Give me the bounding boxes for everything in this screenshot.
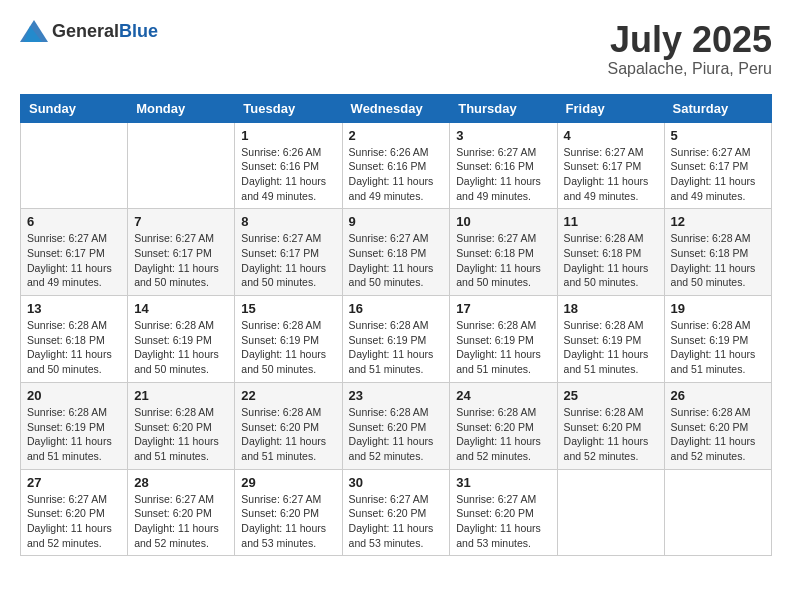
day-number: 2: [349, 128, 444, 143]
calendar-day-cell: 7Sunrise: 6:27 AM Sunset: 6:17 PM Daylig…: [128, 209, 235, 296]
calendar-week-row: 1Sunrise: 6:26 AM Sunset: 6:16 PM Daylig…: [21, 122, 772, 209]
logo-text: GeneralBlue: [52, 21, 158, 42]
day-info: Sunrise: 6:28 AM Sunset: 6:20 PM Dayligh…: [349, 405, 444, 464]
day-number: 27: [27, 475, 121, 490]
day-number: 29: [241, 475, 335, 490]
day-info: Sunrise: 6:28 AM Sunset: 6:20 PM Dayligh…: [671, 405, 765, 464]
calendar-day-cell: 22Sunrise: 6:28 AM Sunset: 6:20 PM Dayli…: [235, 382, 342, 469]
day-info: Sunrise: 6:27 AM Sunset: 6:20 PM Dayligh…: [349, 492, 444, 551]
calendar-table: SundayMondayTuesdayWednesdayThursdayFrid…: [20, 94, 772, 557]
weekday-header: Tuesday: [235, 94, 342, 122]
weekday-header: Thursday: [450, 94, 557, 122]
calendar-day-cell: 19Sunrise: 6:28 AM Sunset: 6:19 PM Dayli…: [664, 296, 771, 383]
day-info: Sunrise: 6:28 AM Sunset: 6:20 PM Dayligh…: [456, 405, 550, 464]
calendar-header-row: SundayMondayTuesdayWednesdayThursdayFrid…: [21, 94, 772, 122]
title-area: July 2025 Sapalache, Piura, Peru: [607, 20, 772, 78]
day-number: 23: [349, 388, 444, 403]
calendar-day-cell: 11Sunrise: 6:28 AM Sunset: 6:18 PM Dayli…: [557, 209, 664, 296]
day-number: 20: [27, 388, 121, 403]
day-info: Sunrise: 6:27 AM Sunset: 6:17 PM Dayligh…: [27, 231, 121, 290]
day-info: Sunrise: 6:28 AM Sunset: 6:19 PM Dayligh…: [671, 318, 765, 377]
day-number: 11: [564, 214, 658, 229]
day-number: 22: [241, 388, 335, 403]
day-info: Sunrise: 6:28 AM Sunset: 6:20 PM Dayligh…: [134, 405, 228, 464]
day-number: 17: [456, 301, 550, 316]
day-number: 5: [671, 128, 765, 143]
calendar-day-cell: 2Sunrise: 6:26 AM Sunset: 6:16 PM Daylig…: [342, 122, 450, 209]
day-number: 26: [671, 388, 765, 403]
day-number: 28: [134, 475, 228, 490]
day-number: 14: [134, 301, 228, 316]
calendar-day-cell: 29Sunrise: 6:27 AM Sunset: 6:20 PM Dayli…: [235, 469, 342, 556]
day-info: Sunrise: 6:27 AM Sunset: 6:17 PM Dayligh…: [134, 231, 228, 290]
calendar-day-cell: 9Sunrise: 6:27 AM Sunset: 6:18 PM Daylig…: [342, 209, 450, 296]
calendar-day-cell: 27Sunrise: 6:27 AM Sunset: 6:20 PM Dayli…: [21, 469, 128, 556]
calendar-day-cell: 23Sunrise: 6:28 AM Sunset: 6:20 PM Dayli…: [342, 382, 450, 469]
day-number: 19: [671, 301, 765, 316]
calendar-week-row: 27Sunrise: 6:27 AM Sunset: 6:20 PM Dayli…: [21, 469, 772, 556]
calendar-day-cell: 14Sunrise: 6:28 AM Sunset: 6:19 PM Dayli…: [128, 296, 235, 383]
day-info: Sunrise: 6:27 AM Sunset: 6:20 PM Dayligh…: [241, 492, 335, 551]
calendar-day-cell: 24Sunrise: 6:28 AM Sunset: 6:20 PM Dayli…: [450, 382, 557, 469]
day-info: Sunrise: 6:27 AM Sunset: 6:16 PM Dayligh…: [456, 145, 550, 204]
day-number: 21: [134, 388, 228, 403]
calendar-day-cell: [128, 122, 235, 209]
logo-general: General: [52, 21, 119, 41]
day-number: 18: [564, 301, 658, 316]
day-info: Sunrise: 6:27 AM Sunset: 6:17 PM Dayligh…: [241, 231, 335, 290]
calendar-day-cell: 26Sunrise: 6:28 AM Sunset: 6:20 PM Dayli…: [664, 382, 771, 469]
day-info: Sunrise: 6:27 AM Sunset: 6:17 PM Dayligh…: [671, 145, 765, 204]
day-number: 6: [27, 214, 121, 229]
weekday-header: Sunday: [21, 94, 128, 122]
calendar-week-row: 13Sunrise: 6:28 AM Sunset: 6:18 PM Dayli…: [21, 296, 772, 383]
day-number: 30: [349, 475, 444, 490]
calendar-day-cell: [664, 469, 771, 556]
day-info: Sunrise: 6:27 AM Sunset: 6:17 PM Dayligh…: [564, 145, 658, 204]
day-number: 8: [241, 214, 335, 229]
calendar-day-cell: 25Sunrise: 6:28 AM Sunset: 6:20 PM Dayli…: [557, 382, 664, 469]
day-info: Sunrise: 6:28 AM Sunset: 6:19 PM Dayligh…: [564, 318, 658, 377]
day-info: Sunrise: 6:26 AM Sunset: 6:16 PM Dayligh…: [241, 145, 335, 204]
day-info: Sunrise: 6:26 AM Sunset: 6:16 PM Dayligh…: [349, 145, 444, 204]
day-number: 4: [564, 128, 658, 143]
day-info: Sunrise: 6:27 AM Sunset: 6:20 PM Dayligh…: [456, 492, 550, 551]
calendar-week-row: 6Sunrise: 6:27 AM Sunset: 6:17 PM Daylig…: [21, 209, 772, 296]
day-info: Sunrise: 6:28 AM Sunset: 6:19 PM Dayligh…: [27, 405, 121, 464]
calendar-day-cell: [557, 469, 664, 556]
day-number: 10: [456, 214, 550, 229]
calendar-day-cell: 15Sunrise: 6:28 AM Sunset: 6:19 PM Dayli…: [235, 296, 342, 383]
day-info: Sunrise: 6:28 AM Sunset: 6:19 PM Dayligh…: [134, 318, 228, 377]
calendar-day-cell: 17Sunrise: 6:28 AM Sunset: 6:19 PM Dayli…: [450, 296, 557, 383]
day-info: Sunrise: 6:27 AM Sunset: 6:20 PM Dayligh…: [27, 492, 121, 551]
day-info: Sunrise: 6:28 AM Sunset: 6:19 PM Dayligh…: [349, 318, 444, 377]
calendar-day-cell: 6Sunrise: 6:27 AM Sunset: 6:17 PM Daylig…: [21, 209, 128, 296]
calendar-week-row: 20Sunrise: 6:28 AM Sunset: 6:19 PM Dayli…: [21, 382, 772, 469]
day-info: Sunrise: 6:28 AM Sunset: 6:18 PM Dayligh…: [27, 318, 121, 377]
day-number: 16: [349, 301, 444, 316]
day-number: 1: [241, 128, 335, 143]
calendar-day-cell: 13Sunrise: 6:28 AM Sunset: 6:18 PM Dayli…: [21, 296, 128, 383]
page-header: GeneralBlue July 2025 Sapalache, Piura, …: [20, 20, 772, 78]
day-number: 25: [564, 388, 658, 403]
weekday-header: Wednesday: [342, 94, 450, 122]
calendar-day-cell: 10Sunrise: 6:27 AM Sunset: 6:18 PM Dayli…: [450, 209, 557, 296]
calendar-day-cell: 12Sunrise: 6:28 AM Sunset: 6:18 PM Dayli…: [664, 209, 771, 296]
page-subtitle: Sapalache, Piura, Peru: [607, 60, 772, 78]
logo-icon: [20, 20, 48, 42]
page-title: July 2025: [607, 20, 772, 60]
day-info: Sunrise: 6:28 AM Sunset: 6:19 PM Dayligh…: [241, 318, 335, 377]
day-number: 3: [456, 128, 550, 143]
day-number: 15: [241, 301, 335, 316]
day-info: Sunrise: 6:28 AM Sunset: 6:20 PM Dayligh…: [241, 405, 335, 464]
calendar-day-cell: 5Sunrise: 6:27 AM Sunset: 6:17 PM Daylig…: [664, 122, 771, 209]
calendar-day-cell: 18Sunrise: 6:28 AM Sunset: 6:19 PM Dayli…: [557, 296, 664, 383]
day-info: Sunrise: 6:28 AM Sunset: 6:18 PM Dayligh…: [671, 231, 765, 290]
calendar-day-cell: 8Sunrise: 6:27 AM Sunset: 6:17 PM Daylig…: [235, 209, 342, 296]
day-number: 12: [671, 214, 765, 229]
weekday-header: Friday: [557, 94, 664, 122]
day-info: Sunrise: 6:27 AM Sunset: 6:20 PM Dayligh…: [134, 492, 228, 551]
calendar-day-cell: 20Sunrise: 6:28 AM Sunset: 6:19 PM Dayli…: [21, 382, 128, 469]
day-number: 13: [27, 301, 121, 316]
calendar-day-cell: 3Sunrise: 6:27 AM Sunset: 6:16 PM Daylig…: [450, 122, 557, 209]
calendar-day-cell: 28Sunrise: 6:27 AM Sunset: 6:20 PM Dayli…: [128, 469, 235, 556]
